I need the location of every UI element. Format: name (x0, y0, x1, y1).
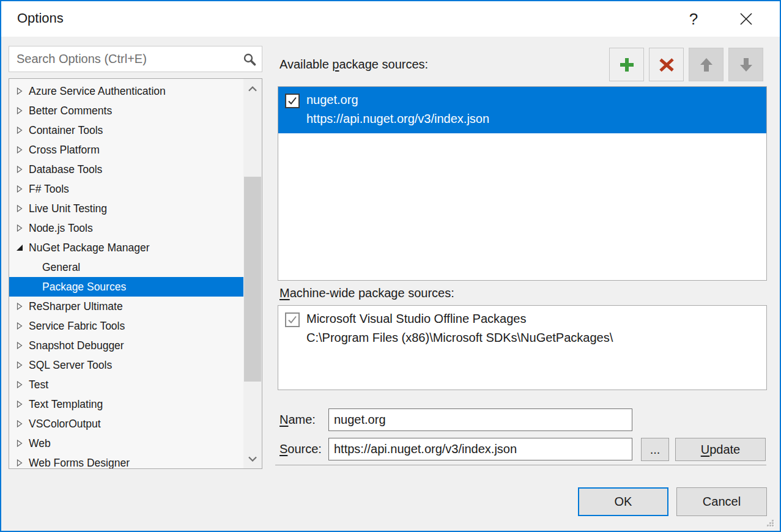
arrow-down-icon (738, 56, 755, 73)
tree-item-snapshot-debugger[interactable]: Snapshot Debugger (9, 336, 243, 355)
scrollbar-thumb[interactable] (244, 177, 261, 382)
tree-item-node-js-tools[interactable]: Node.js Tools (9, 218, 243, 238)
tree-item-service-fabric-tools[interactable]: Service Fabric Tools (9, 316, 243, 336)
tree-item-general[interactable]: General (9, 257, 243, 277)
tree-item-label: F# Tools (29, 183, 69, 196)
expander-collapsed-icon[interactable] (15, 321, 24, 331)
resize-grip[interactable] (764, 517, 774, 526)
tree-item-label: Node.js Tools (29, 222, 93, 235)
expander-collapsed-icon[interactable] (15, 458, 24, 468)
tree-scrollbar[interactable] (243, 79, 262, 468)
arrow-up-icon (698, 56, 715, 73)
expander-collapsed-icon[interactable] (15, 341, 24, 350)
options-dialog: Options ? Search Options (Ctrl+E) Azure … (0, 0, 781, 532)
expander-collapsed-icon[interactable] (15, 399, 24, 409)
tree-item-better-comments[interactable]: Better Comments (9, 101, 243, 120)
tree-item-label: Container Tools (29, 124, 103, 137)
move-up-button[interactable] (689, 48, 724, 81)
help-button[interactable]: ? (675, 1, 713, 37)
tree-item-vscoloroutput[interactable]: VSColorOutput (9, 414, 243, 434)
expander-collapsed-icon[interactable] (15, 164, 24, 174)
tree-item-label: Azure Service Authentication (29, 85, 166, 98)
tree-item-label: Live Unit Testing (29, 202, 107, 215)
tree-item-label: Web Forms Designer (29, 457, 130, 470)
tree-item-resharper-ultimate[interactable]: ReSharper Ultimate (9, 297, 243, 316)
footer-separator (275, 465, 766, 465)
source-name: nuget.org (306, 91, 760, 109)
expander-expanded-icon[interactable] (15, 243, 24, 253)
expander-collapsed-icon[interactable] (15, 184, 24, 194)
source-url: https://api.nuget.org/v3/index.json (306, 109, 760, 128)
tree-item-container-tools[interactable]: Container Tools (9, 120, 243, 140)
expander-collapsed-icon[interactable] (15, 125, 24, 135)
tree-item-label: Test (29, 379, 48, 391)
expander-collapsed-icon[interactable] (15, 106, 24, 116)
tree-item-label: Text Templating (29, 398, 103, 411)
expander-collapsed-icon[interactable] (15, 145, 24, 155)
tree-item-sql-server-tools[interactable]: SQL Server Tools (9, 355, 243, 375)
available-sources-label: Available package sources: (279, 57, 428, 72)
source-enabled-checkbox[interactable] (285, 94, 300, 108)
available-sources-list: nuget.org https://api.nuget.org/v3/index… (278, 86, 767, 281)
tree-item-web-forms-designer[interactable]: Web Forms Designer (9, 453, 243, 469)
scrollbar-up-icon[interactable] (243, 81, 262, 97)
close-icon (739, 12, 753, 26)
package-source-row-nuget[interactable]: nuget.org https://api.nuget.org/v3/index… (278, 87, 766, 133)
update-button[interactable]: Update (675, 438, 766, 461)
tree-item-label: ReSharper Ultimate (29, 300, 123, 313)
browse-button[interactable]: ... (641, 438, 669, 461)
tree-item-live-unit-testing[interactable]: Live Unit Testing (9, 199, 243, 218)
source-label: Source: (279, 442, 322, 456)
tree-item-label: Better Comments (29, 105, 112, 117)
tree-item-azure-service-authentication[interactable]: Azure Service Authentication (9, 81, 243, 101)
machine-sources-label: Machine-wide package sources: (279, 286, 454, 300)
tree-item-text-templating[interactable]: Text Templating (9, 394, 243, 414)
tree-item-database-tools[interactable]: Database Tools (9, 160, 243, 179)
expander-collapsed-icon[interactable] (15, 360, 24, 370)
name-input[interactable] (328, 408, 632, 431)
search-options-input[interactable]: Search Options (Ctrl+E) (9, 46, 262, 72)
add-source-button[interactable] (609, 48, 644, 81)
tree-item-label: Snapshot Debugger (29, 339, 124, 352)
source-name: Microsoft Visual Studio Offline Packages (306, 309, 760, 328)
source-enabled-checkbox[interactable] (285, 312, 300, 327)
expander-collapsed-icon[interactable] (15, 380, 24, 390)
options-tree: Azure Service AuthenticationBetter Comme… (9, 78, 262, 469)
title-bar: Options ? (1, 1, 780, 37)
package-source-row-offline[interactable]: Microsoft Visual Studio Offline Packages… (278, 306, 766, 352)
scrollbar-down-icon[interactable] (243, 451, 262, 467)
search-placeholder: Search Options (Ctrl+E) (9, 52, 237, 66)
expander-collapsed-icon[interactable] (15, 223, 24, 233)
tree-item-web[interactable]: Web (9, 434, 243, 453)
tree-item-label: VSColorOutput (29, 418, 101, 430)
tree-item-package-sources[interactable]: Package Sources (9, 277, 243, 297)
tree-rows: Azure Service AuthenticationBetter Comme… (9, 81, 243, 469)
machine-sources-list: Microsoft Visual Studio Offline Packages… (278, 305, 767, 390)
x-icon (657, 56, 676, 74)
tree-item-label: SQL Server Tools (29, 359, 112, 372)
tree-item-test[interactable]: Test (9, 375, 243, 394)
expander-collapsed-icon[interactable] (15, 301, 24, 311)
tree-item-label: General (42, 261, 80, 274)
tree-item-label: Database Tools (29, 163, 102, 176)
tree-item-cross-platform[interactable]: Cross Platform (9, 140, 243, 160)
help-icon: ? (689, 10, 698, 29)
close-button[interactable] (727, 1, 765, 37)
source-input[interactable] (328, 438, 632, 460)
tree-item-nuget-package-manager[interactable]: NuGet Package Manager (9, 238, 243, 257)
tree-item-label: Package Sources (42, 281, 126, 294)
tree-item-f-tools[interactable]: F# Tools (9, 179, 243, 199)
dialog-title: Options (17, 10, 64, 26)
tree-item-label: Service Fabric Tools (29, 320, 125, 333)
tree-item-label: Cross Platform (29, 144, 100, 157)
ok-button[interactable]: OK (578, 487, 668, 516)
expander-collapsed-icon[interactable] (15, 438, 24, 448)
expander-collapsed-icon[interactable] (15, 204, 24, 213)
cancel-button[interactable]: Cancel (676, 487, 767, 516)
remove-source-button[interactable] (649, 48, 684, 81)
move-down-button[interactable] (728, 48, 763, 81)
search-icon[interactable] (237, 52, 262, 67)
expander-collapsed-icon[interactable] (15, 86, 24, 96)
expander-collapsed-icon[interactable] (15, 419, 24, 429)
plus-icon (618, 56, 636, 74)
